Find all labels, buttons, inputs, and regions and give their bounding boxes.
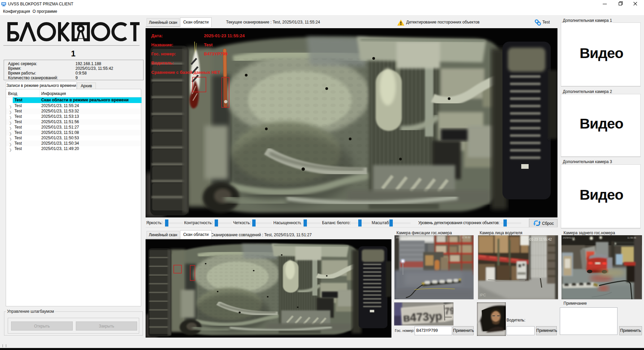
svg-text:2025/01/23: 2025/01/23 (563, 237, 575, 239)
svg-text:11:55:52: 11:55:52 (462, 236, 471, 239)
svg-text:2025/01/23: 2025/01/23 (396, 236, 408, 239)
svg-text:Название:: Название: (151, 42, 173, 47)
svg-text:Водитель:: Водитель: (151, 60, 174, 65)
svg-text:2025-01-23 11:55:24: 2025-01-23 11:55:24 (204, 33, 245, 38)
svg-text:2025-01-23 11:55:42: 2025-01-23 11:55:42 (521, 238, 552, 241)
svg-text:Test: Test (204, 42, 213, 47)
svg-text:Гос. номер:: Гос. номер: (151, 51, 176, 56)
svg-text:IPC: IPC (480, 293, 486, 297)
svg-text:Сравнение с базой данных НЕТ: Сравнение с базой данных НЕТ (151, 70, 220, 75)
svg-text:Дата:: Дата: (151, 33, 163, 38)
svg-text:79: 79 (444, 305, 453, 316)
svg-text:B473YP799: B473YP799 (204, 51, 227, 56)
svg-text:в473ур: в473ур (402, 309, 442, 324)
svg-text:11:55:45: 11:55:45 (627, 237, 636, 239)
